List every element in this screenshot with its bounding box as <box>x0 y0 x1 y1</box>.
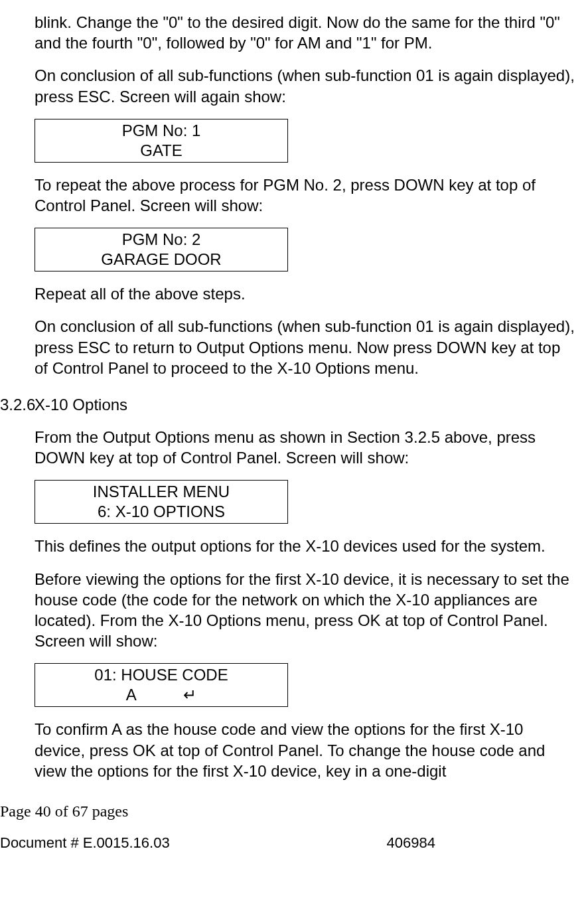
lcd-screen-display: PGM No: 1 GATE <box>35 119 288 163</box>
lcd-screen-display: PGM No: 2 GARAGE DOOR <box>35 228 288 271</box>
screen-line2: A ↵ <box>35 685 287 705</box>
screen-line1: PGM No: 1 <box>122 121 201 139</box>
paragraph: Repeat all of the above steps. <box>35 283 575 304</box>
screen-line2: GATE <box>35 141 287 161</box>
section-number: 3.2.6 <box>0 394 35 415</box>
paragraph: This defines the output options for the … <box>35 536 575 556</box>
screen-line1: PGM No: 2 <box>122 230 201 248</box>
document-code: 406984 <box>387 834 435 853</box>
section-title: X-10 Options <box>35 396 127 414</box>
document-footer: Document # E.0015.16.03 406984 <box>0 834 575 853</box>
document-number: Document # E.0015.16.03 <box>0 834 170 853</box>
screen-line1: 01: HOUSE CODE <box>94 666 228 684</box>
section-heading: 3.2.6X-10 Options <box>35 394 575 415</box>
paragraph: On conclusion of all sub-functions (when… <box>35 316 575 378</box>
paragraph: On conclusion of all sub-functions (when… <box>35 65 575 106</box>
screen-line2: 6: X-10 OPTIONS <box>35 502 287 522</box>
lcd-screen-display: 01: HOUSE CODE A ↵ <box>35 663 288 707</box>
paragraph: To confirm A as the house code and view … <box>35 719 575 781</box>
screen-line1: INSTALLER MENU <box>93 483 230 500</box>
paragraph: From the Output Options menu as shown in… <box>35 427 575 468</box>
paragraph: blink. Change the "0" to the desired dig… <box>35 12 575 53</box>
page-number: Page 40 of 67 pages <box>0 801 575 822</box>
lcd-screen-display: INSTALLER MENU 6: X-10 OPTIONS <box>35 480 288 524</box>
screen-line2: GARAGE DOOR <box>35 250 287 269</box>
paragraph: To repeat the above process for PGM No. … <box>35 175 575 216</box>
paragraph: Before viewing the options for the first… <box>35 569 575 652</box>
